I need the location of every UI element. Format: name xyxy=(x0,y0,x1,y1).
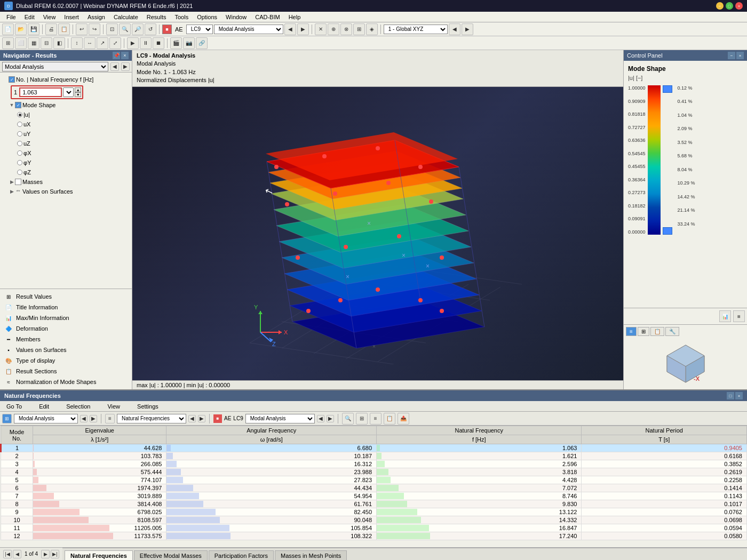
nav-deformation[interactable]: 🔷 Deformation xyxy=(2,323,130,334)
btm-export[interactable]: 📤 xyxy=(398,413,409,425)
tree-radio-phix[interactable] xyxy=(17,150,22,156)
btm-menu-view[interactable]: View xyxy=(103,401,124,411)
table-row[interactable]: 73019.88954.9548.7460.1143 xyxy=(1,492,747,500)
nav-maxmin-info[interactable]: 📊 Max/Min Information xyxy=(2,313,130,323)
btm-prev[interactable]: ◀ xyxy=(80,415,88,422)
btm-filter-1[interactable]: 🔍 xyxy=(342,413,354,425)
tb2-6[interactable]: ↕ xyxy=(71,37,83,49)
table-row[interactable]: 96798.02582.45013.1220.0762 xyxy=(1,508,747,516)
analysis-select[interactable]: Modal Analysis xyxy=(214,25,283,34)
tb2-13[interactable]: 🎬 xyxy=(170,37,182,49)
window-controls[interactable]: − □ × xyxy=(716,2,743,10)
menu-insert[interactable]: Insert xyxy=(60,12,83,22)
menu-calculate[interactable]: Calculate xyxy=(109,12,142,22)
btm-lc-next[interactable]: ▶ xyxy=(327,415,334,422)
btm-analysis-select[interactable]: Modal Analysis xyxy=(14,414,78,423)
bottom-expand-btn[interactable]: □ xyxy=(727,392,734,399)
tb-prev-result[interactable]: ◀ xyxy=(284,23,296,35)
nav-normalization[interactable]: ≈ Normalization of Mode Shapes xyxy=(2,377,130,387)
cp-tab-1[interactable]: ≡ xyxy=(626,327,637,336)
btm-menu-selection[interactable]: Selection xyxy=(62,401,94,411)
nav-result-values[interactable]: ⊞ Result Values xyxy=(2,291,130,302)
btm-menu-edit[interactable]: Edit xyxy=(35,401,53,411)
tb2-15[interactable]: 🔗 xyxy=(196,37,208,49)
tb2-1[interactable]: ⊞ xyxy=(2,37,14,49)
tree-uy-row[interactable]: uY xyxy=(0,129,132,139)
freq-up-arrow[interactable]: ▲ xyxy=(75,87,81,92)
tb-next-result[interactable]: ▶ xyxy=(297,23,309,35)
tb-rotate[interactable]: ↺ xyxy=(145,23,156,35)
tree-masses-row[interactable]: ▶ Masses xyxy=(0,177,132,187)
tb-redo[interactable]: ↪ xyxy=(89,23,100,35)
nav-next-btn[interactable]: ▶ xyxy=(121,62,130,71)
cp-icon-1[interactable]: 📊 xyxy=(719,310,731,322)
btm-filter-2[interactable]: ⊞ xyxy=(356,413,368,425)
tree-expand-values[interactable]: ▶ xyxy=(9,188,15,195)
menu-window[interactable]: Window xyxy=(221,12,251,22)
bottom-close-btn[interactable]: × xyxy=(735,392,743,399)
tb-r4[interactable]: ⊞ xyxy=(353,23,365,35)
lc-select[interactable]: LC9 xyxy=(186,25,213,34)
tb-new[interactable]: 📄 xyxy=(2,23,14,35)
tree-check-masses[interactable] xyxy=(15,179,21,185)
nav-values-surfaces[interactable]: ▪ Values on Surfaces xyxy=(2,345,130,355)
close-button[interactable]: × xyxy=(735,2,743,10)
tb2-14[interactable]: 📷 xyxy=(183,37,195,49)
tree-phiz-row[interactable]: φZ xyxy=(0,167,132,177)
tree-radio-u-abs[interactable] xyxy=(17,112,22,117)
tree-phiy-row[interactable]: φY xyxy=(0,158,132,167)
tb-save[interactable]: 💾 xyxy=(28,23,39,35)
tree-check-header[interactable]: ✓ xyxy=(9,76,15,83)
tb-view-prev[interactable]: ◀ xyxy=(449,23,460,35)
btm-filter-3[interactable]: ≡ xyxy=(370,413,382,425)
table-row[interactable]: 61974.39744.4347.0720.1414 xyxy=(1,484,747,492)
btm-menu-settings[interactable]: Settings xyxy=(133,401,163,411)
tb-open[interactable]: 📂 xyxy=(15,23,27,35)
tb2-8[interactable]: ↗ xyxy=(97,37,108,49)
cp-close-btn[interactable]: × xyxy=(736,52,744,59)
nav-members[interactable]: ━ Members xyxy=(2,334,130,345)
btm-lc-prev[interactable]: ◀ xyxy=(317,415,324,422)
table-row[interactable]: 108108.59790.04814.3320.0698 xyxy=(1,516,747,524)
tree-u-abs-row[interactable]: |u| xyxy=(0,110,132,119)
nav-pin-button[interactable]: 📌 xyxy=(113,52,120,59)
tree-ux-row[interactable]: uX xyxy=(0,119,132,129)
tree-radio-ux[interactable] xyxy=(17,122,22,127)
btm-next[interactable]: ▶ xyxy=(90,415,97,422)
tb-undo[interactable]: ↩ xyxy=(76,23,88,35)
maximize-button[interactable]: □ xyxy=(726,2,733,10)
tab-effective-modal[interactable]: Effective Modal Masses xyxy=(134,550,208,561)
freq-input[interactable] xyxy=(19,87,62,97)
nav-type-display[interactable]: 🎨 Type of display xyxy=(2,355,130,366)
tb-view-next[interactable]: ▶ xyxy=(462,23,473,35)
btm-result-select[interactable]: Natural Frequencies xyxy=(117,414,186,423)
menu-edit[interactable]: Edit xyxy=(20,12,39,22)
btm-filter-4[interactable]: 📋 xyxy=(384,413,395,425)
tree-radio-uz[interactable] xyxy=(17,141,22,146)
tb-r3[interactable]: ⊗ xyxy=(340,23,352,35)
cp-tab-3[interactable]: 📋 xyxy=(650,327,664,336)
viewport-canvas[interactable]: × × × × X Y Z xyxy=(132,87,623,380)
tb2-4[interactable]: ⊟ xyxy=(41,37,52,49)
tree-mode-shape-row[interactable]: ▼ ✓ Mode Shape xyxy=(0,100,132,110)
nav-close-button[interactable]: × xyxy=(121,52,129,59)
table-row[interactable]: 4575.44423.9883.8180.2619 xyxy=(1,468,747,476)
minimize-button[interactable]: − xyxy=(716,2,724,10)
tb-zoom-in[interactable]: 🔍 xyxy=(119,23,131,35)
menu-help[interactable]: Help xyxy=(284,12,305,22)
cp-icon-2[interactable]: ≡ xyxy=(733,310,745,322)
page-first[interactable]: |◀ xyxy=(3,550,12,558)
table-row[interactable]: 2103.78310.1871.6210.6168 xyxy=(1,452,747,460)
tb-print2[interactable]: 📋 xyxy=(58,23,70,35)
tree-expand-masses[interactable]: ▶ xyxy=(9,179,15,185)
tab-participation-factors[interactable]: Participation Factors xyxy=(209,550,274,561)
tb-zoom-all[interactable]: ⊡ xyxy=(106,23,118,35)
tree-check-mode[interactable]: ✓ xyxy=(15,102,21,108)
page-next[interactable]: ▶ xyxy=(41,550,50,558)
btm-lc-select[interactable]: Modal Analysis xyxy=(245,414,315,423)
cp-minimize-btn[interactable]: − xyxy=(728,52,735,59)
menu-assign[interactable]: Assign xyxy=(83,12,109,22)
menu-results[interactable]: Results xyxy=(142,12,171,22)
tb2-5[interactable]: ◧ xyxy=(53,37,65,49)
btm-res-prev[interactable]: ◀ xyxy=(188,415,196,422)
